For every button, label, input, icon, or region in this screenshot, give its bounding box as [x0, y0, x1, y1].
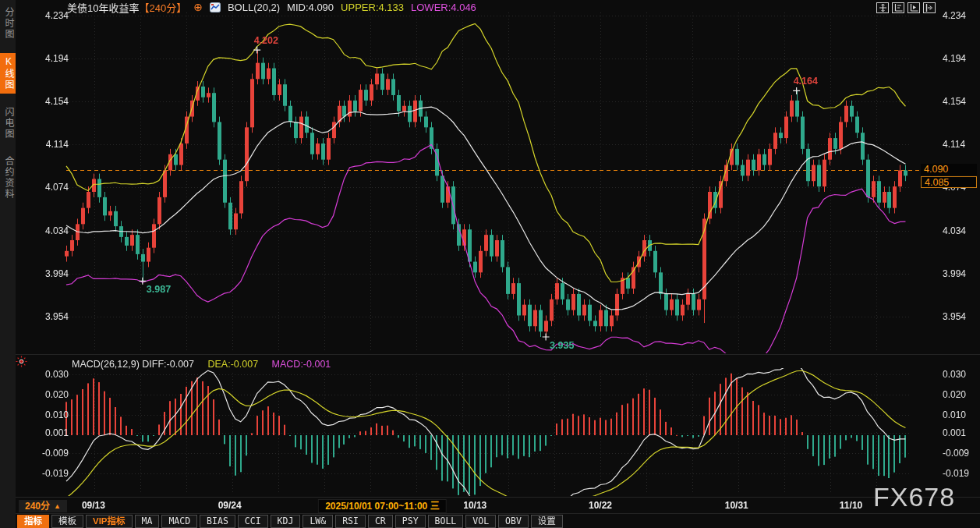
sidebar-item-contract-info[interactable]: 合约资料 [0, 153, 16, 203]
price-annotation: 4.164 [794, 76, 818, 87]
macd-axis-label: 0.020 [943, 389, 980, 400]
toolbar-tab[interactable]: VIP指标 [86, 515, 133, 528]
toolbar-tab[interactable]: OBV [498, 515, 529, 528]
pan-icon[interactable] [876, 2, 889, 13]
instrument-title: 美债10年收益率【240分】 [67, 0, 186, 15]
toolbar-tab[interactable]: BIAS [200, 515, 235, 528]
price-axis-label: 4.194 [943, 53, 980, 64]
price-annotation: 3.935 [550, 340, 574, 351]
price-axis-label: 4.114 [943, 139, 980, 150]
toolbar-tab[interactable]: CR [368, 515, 393, 528]
time-axis-label: 09/24 [218, 500, 242, 511]
toolbar-tab[interactable]: LW& [302, 515, 333, 528]
toolbar-tab[interactable]: 设置 [531, 515, 563, 528]
sidebar-item-timeline[interactable]: 分时图 [0, 4, 16, 43]
price-axis-label: 3.954 [22, 311, 69, 322]
price-axis-label: 3.994 [943, 268, 980, 279]
price-axis-label: 4.234 [943, 10, 980, 21]
period-selector[interactable]: 240分 ▲ [19, 500, 67, 512]
price-annotation: 3.987 [147, 284, 171, 295]
toolbar-tab[interactable]: 模板 [51, 515, 83, 528]
toolbar-divider [0, 513, 980, 514]
chart-application: 分时图 K线图 闪电图 合约资料 美债10年收益率【240分】 ⊕ BOLL(2… [0, 0, 980, 528]
price-axis-label: 4.114 [22, 139, 69, 150]
last-price-tag: 4.085 [921, 176, 977, 188]
period-text: 【240分】 [139, 2, 186, 14]
boll-lower-value: LOWER:4.046 [411, 2, 476, 13]
macd-axis-label: 0.001 [943, 427, 980, 438]
macd-axis-label: -0.009 [943, 448, 980, 459]
macd-axis-label: 0.020 [22, 389, 69, 400]
price-annotation: 4.202 [254, 35, 278, 46]
macd-axis-label: -0.019 [943, 468, 980, 479]
xaxis-divider [0, 497, 980, 498]
pane-divider [0, 354, 980, 355]
sidebar-item-flash[interactable]: 闪电图 [0, 104, 16, 143]
macd-dea-value: DEA:-0.007 [207, 359, 258, 370]
toolbar-tab[interactable]: BOLL [428, 515, 464, 528]
price-axis-label: 4.154 [943, 96, 980, 107]
time-axis-label: 10/22 [589, 500, 612, 511]
toolbar-tab[interactable]: RSI [335, 515, 366, 528]
price-axis-label: 4.034 [22, 225, 69, 236]
macd-diff-value: MACD(26,12,9) DIFF:-0.007 [72, 359, 194, 370]
left-sidebar: 分时图 K线图 闪电图 合约资料 [0, 0, 16, 528]
price-axis-label: 4.234 [22, 10, 69, 21]
chart-style-icon[interactable] [210, 2, 221, 12]
chart-header: 美债10年收益率【240分】 ⊕ BOLL(20,2) MID:4.090 UP… [67, 1, 476, 13]
watermark: FX678 [873, 482, 955, 512]
price-axis-label: 3.994 [22, 268, 69, 279]
macd-axis-label: -0.009 [22, 448, 69, 459]
price-axis-label: 4.154 [22, 96, 69, 107]
dropdown-arrow-icon: ▲ [54, 500, 61, 512]
price-axis-label: 4.194 [22, 53, 69, 64]
boll-mid-value: MID:4.090 [287, 2, 334, 13]
macd-hist-value: MACD:-0.001 [272, 359, 331, 370]
macd-header: MACD(26,12,9) DIFF:-0.007 DEA:-0.007 MAC… [72, 359, 331, 370]
boll-upper-value: UPPER:4.133 [341, 2, 404, 13]
time-axis-label: 10/31 [725, 500, 748, 511]
toolbar-tab[interactable]: MA [135, 515, 160, 528]
toolbar-tab[interactable]: PSY [395, 515, 426, 528]
time-axis-label: 10/13 [463, 500, 486, 511]
expand-icon[interactable]: ⊕ [193, 2, 203, 12]
toolbar-tab[interactable]: KDJ [271, 515, 301, 528]
macd-axis-label: 0.001 [22, 427, 69, 438]
indicator-toolbar: 指标模板VIP指标MAMACDBIASCCIKDJLW&RSICRPSYBOLL… [17, 515, 563, 528]
price-axis-label: 3.954 [943, 311, 980, 322]
boll-label: BOLL(20,2) [228, 2, 280, 13]
shift-right-icon[interactable] [923, 2, 936, 13]
macd-axis-label: 0.010 [22, 409, 69, 420]
title-text: 美债10年收益率 [67, 2, 139, 14]
toolbar-tab[interactable]: 指标 [17, 515, 49, 528]
macd-axis-label: -0.019 [22, 468, 69, 479]
period-label: 240分 [25, 500, 50, 512]
chart-tool-icons [876, 2, 936, 13]
live-indicator-icon [16, 356, 27, 370]
macd-axis-label: 0.010 [943, 409, 980, 420]
time-axis-label: 11/10 [840, 500, 862, 511]
highlighted-session-label: 2025/10/01 07:00~11:00 三 [318, 499, 446, 513]
time-axis-label: 09/13 [82, 500, 105, 511]
toolbar-tab[interactable]: MACD [161, 515, 197, 528]
macd-axis-label: 0.030 [22, 369, 69, 380]
macd-axis-label: 0.030 [943, 369, 980, 380]
toolbar-tab[interactable]: CCI [238, 515, 268, 528]
price-axis-label: 4.034 [943, 225, 980, 236]
boll-mid-price-tag: 4.090 [921, 164, 977, 175]
price-axis-label: 4.074 [22, 182, 69, 193]
candlestick-chart-canvas[interactable] [0, 0, 980, 528]
sidebar-item-kline[interactable]: K线图 [0, 53, 16, 94]
toolbar-tab[interactable]: VOL [465, 515, 496, 528]
y-axis-scale-icon[interactable] [892, 2, 904, 13]
x-axis-scale-icon[interactable] [907, 2, 920, 13]
